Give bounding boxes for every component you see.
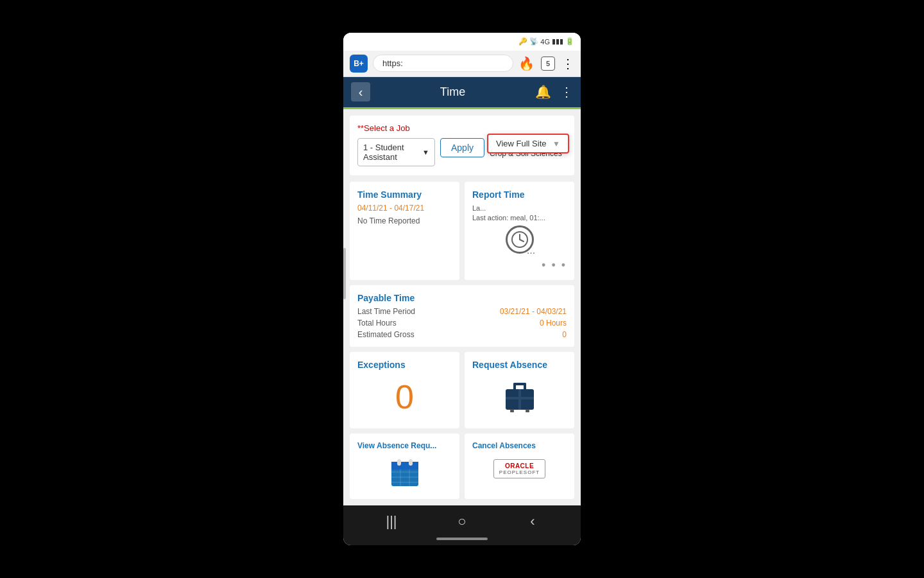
browser-more-icon[interactable]: ⋮ <box>561 56 574 71</box>
wifi-icon: 📡 <box>529 37 538 46</box>
back-button[interactable]: ‹ <box>351 82 370 101</box>
bottom-indicator <box>343 538 581 545</box>
luggage-icon <box>472 374 567 417</box>
page-title: Time <box>378 85 527 99</box>
dropdown-arrow-icon: ▼ <box>422 148 429 156</box>
svg-rect-19 <box>397 459 401 466</box>
popup-scroll-icon: ▼ <box>552 139 560 148</box>
flame-icon[interactable]: 🔥 <box>518 56 535 71</box>
payable-time-title: Payable Time <box>357 293 567 303</box>
svg-rect-8 <box>518 389 521 410</box>
status-icons: 🔑 📡 4G ▮▮▮ 🔋 <box>518 37 574 46</box>
notification-bell-icon[interactable]: 🔔 <box>535 84 551 100</box>
main-content: **Select a Job 1 - Student Assistant ▼ A… <box>343 109 581 506</box>
job-select-dropdown[interactable]: 1 - Student Assistant ▼ <box>357 138 435 166</box>
report-time-texts: La... Last action: meal, 01:... <box>472 204 567 223</box>
report-time-inner: … • • • <box>472 225 567 272</box>
request-absence-title: Request Absence <box>472 360 567 370</box>
request-absence-card[interactable]: Request Absence <box>465 352 574 428</box>
clock-icon: … <box>506 225 534 254</box>
signal-icon: ▮▮▮ <box>552 37 563 46</box>
phone-frame: 🔑 📡 4G ▮▮▮ 🔋 B+ https: 🔥 5 ⋮ ‹ Time 🔔 ⋮ <box>343 33 581 546</box>
url-bar[interactable]: https: <box>373 55 513 72</box>
total-hours-row: Total Hours 0 Hours <box>357 319 567 328</box>
exceptions-title: Exceptions <box>357 360 452 370</box>
tab-badge[interactable]: 5 <box>541 57 555 71</box>
network-text: 4G <box>540 38 550 46</box>
key-icon: 🔑 <box>518 37 527 46</box>
report-time-title: Report Time <box>472 189 567 200</box>
time-summary-card[interactable]: Time Summary 04/11/21 - 04/17/21 No Time… <box>350 182 459 281</box>
nav-home-button[interactable]: ○ <box>448 507 476 536</box>
no-time-reported: No Time Reported <box>357 216 452 225</box>
browser-logo: B+ <box>350 55 368 73</box>
home-circle-icon: ○ <box>458 513 466 530</box>
cancel-absences-title: Cancel Absences <box>472 441 567 450</box>
estimated-gross-row: Estimated Gross 0 <box>357 330 567 339</box>
menu-lines-icon: ||| <box>386 513 397 530</box>
svg-rect-20 <box>409 459 413 466</box>
scroll-indicator <box>343 248 346 299</box>
browser-actions: 🔥 5 ⋮ <box>518 56 574 71</box>
payable-time-card[interactable]: Payable Time Last Time Period 03/21/21 -… <box>350 285 574 347</box>
view-full-site-popup[interactable]: View Full Site ▼ <box>487 134 569 153</box>
header-more-icon[interactable]: ⋮ <box>560 84 573 100</box>
status-bar: 🔑 📡 4G ▮▮▮ 🔋 <box>343 33 581 51</box>
nav-back-button[interactable]: ‹ <box>518 507 547 536</box>
calendar-icon <box>357 454 452 491</box>
action-dots: • • • <box>472 259 567 272</box>
back-chevron-icon: ‹ <box>359 85 363 100</box>
view-absence-title: View Absence Requ... <box>357 441 452 450</box>
cards-grid: Time Summary 04/11/21 - 04/17/21 No Time… <box>350 182 574 500</box>
svg-rect-13 <box>391 462 418 469</box>
nav-menu-button[interactable]: ||| <box>377 507 406 536</box>
svg-rect-6 <box>524 383 526 392</box>
exceptions-card[interactable]: Exceptions 0 <box>350 352 459 428</box>
time-summary-date: 04/11/21 - 04/17/21 <box>357 204 452 213</box>
job-label: **Select a Job <box>357 123 567 133</box>
apply-button[interactable]: Apply <box>440 138 484 157</box>
cancel-absences-card[interactable]: Cancel Absences ORACLE PEOPLESOFT <box>465 434 574 499</box>
header-icons: 🔔 ⋮ <box>535 84 573 100</box>
gesture-bar <box>436 538 488 540</box>
report-time-card[interactable]: Report Time La... Last action: meal, 01:… <box>465 182 574 281</box>
oracle-logo: ORACLE PEOPLESOFT <box>472 454 567 484</box>
view-absence-card[interactable]: View Absence Requ... <box>350 434 459 499</box>
svg-rect-5 <box>513 383 516 392</box>
app-header: ‹ Time 🔔 ⋮ <box>343 77 581 109</box>
job-selector-section: **Select a Job 1 - Student Assistant ▼ A… <box>350 116 574 175</box>
nav-back-icon: ‹ <box>530 513 535 530</box>
last-time-period-row: Last Time Period 03/21/21 - 04/03/21 <box>357 307 567 316</box>
battery-icon: 🔋 <box>565 37 574 46</box>
exceptions-count: 0 <box>357 374 452 421</box>
browser-bar: B+ https: 🔥 5 ⋮ <box>343 51 581 77</box>
time-summary-title: Time Summary <box>357 189 452 200</box>
svg-line-2 <box>520 240 524 241</box>
bottom-nav: ||| ○ ‹ <box>343 505 581 538</box>
